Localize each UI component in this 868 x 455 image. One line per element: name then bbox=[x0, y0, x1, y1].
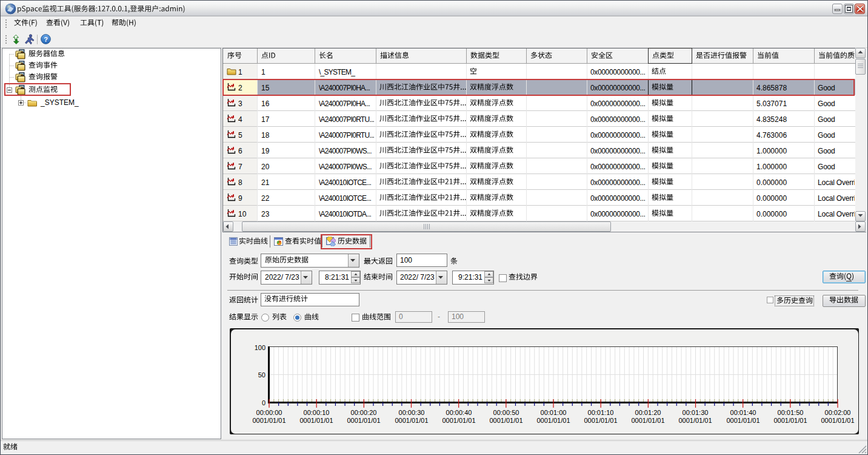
svg-text:?: ? bbox=[44, 36, 48, 43]
